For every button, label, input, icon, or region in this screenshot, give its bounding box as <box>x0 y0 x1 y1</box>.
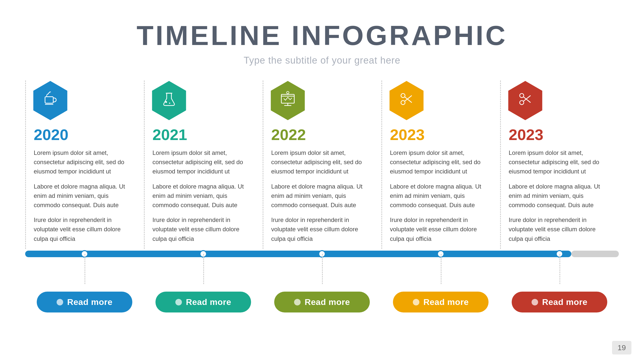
read-more-wrap-4: Read more <box>381 292 500 312</box>
btn-label-5: Read more <box>542 297 587 307</box>
header: TIMELINE INFOGRAPHIC Type the subtitle o… <box>0 0 644 71</box>
text-block-3-4: Irure dolor in reprehenderit in voluptat… <box>390 215 486 243</box>
subtitle: Type the subtitle of your great here <box>0 55 644 66</box>
svg-rect-0 <box>45 97 53 103</box>
text-block-1-3: Lorem ipsum dolor sit amet, consectetur … <box>271 148 367 176</box>
btn-dot-1 <box>57 299 63 305</box>
page: TIMELINE INFOGRAPHIC Type the subtitle o… <box>0 0 644 362</box>
year-label-5: 2023 <box>509 126 543 144</box>
bar-dot-2 <box>199 250 207 258</box>
timeline-item-5: 2023Lorem ipsum dolor sit amet, consecte… <box>500 80 619 249</box>
svg-line-17 <box>523 97 531 102</box>
timeline-item-1: 2020Lorem ipsum dolor sit amet, consecte… <box>25 80 144 249</box>
btn-label-3: Read more <box>305 297 350 307</box>
btn-dot-4 <box>413 299 419 305</box>
text-block-3-1: Irure dolor in reprehenderit in voluptat… <box>34 215 129 243</box>
btn-label-2: Read more <box>186 297 231 307</box>
page-number: 19 <box>612 341 631 354</box>
icon-symbol-3 <box>279 90 297 111</box>
text-block-1-1: Lorem ipsum dolor sit amet, consectetur … <box>34 148 129 176</box>
year-label-3: 2022 <box>271 126 306 144</box>
btn-dot-3 <box>294 299 301 305</box>
text-block-1-4: Lorem ipsum dolor sit amet, consectetur … <box>390 148 486 176</box>
text-block-3-2: Irure dolor in reprehenderit in voluptat… <box>152 215 248 243</box>
text-block-3-5: Irure dolor in reprehenderit in voluptat… <box>509 215 604 243</box>
timeline-item-3: 2022Lorem ipsum dolor sit amet, consecte… <box>263 80 381 249</box>
timeline-item-4: 2023Lorem ipsum dolor sit amet, consecte… <box>381 80 500 249</box>
text-block-2-1: Labore et dolore magna aliqua. Ut enim a… <box>34 182 129 210</box>
bar-track <box>25 251 619 257</box>
svg-line-14 <box>405 96 412 101</box>
timeline-bar <box>25 246 619 261</box>
icon-symbol-1 <box>42 90 59 111</box>
svg-point-9 <box>287 91 289 94</box>
bar-dot-4 <box>437 250 445 258</box>
read-more-wrap-3: Read more <box>263 292 381 312</box>
buttons-section: Read moreRead moreRead moreRead moreRead… <box>25 292 619 312</box>
read-more-button-4[interactable]: Read more <box>393 292 489 312</box>
text-block-2-2: Labore et dolore magna aliqua. Ut enim a… <box>152 182 248 210</box>
hex-icon-2 <box>149 80 189 121</box>
svg-point-3 <box>169 103 170 104</box>
bar-dot-1 <box>81 250 88 258</box>
read-more-button-1[interactable]: Read more <box>37 292 132 312</box>
btn-label-4: Read more <box>423 297 469 307</box>
bar-dot-3 <box>318 250 326 258</box>
read-more-button-2[interactable]: Read more <box>155 292 251 312</box>
year-label-2: 2021 <box>152 126 187 144</box>
svg-line-13 <box>405 97 412 102</box>
text-block-3-3: Irure dolor in reprehenderit in voluptat… <box>271 215 367 243</box>
hex-icon-3 <box>268 80 308 121</box>
icon-symbol-4 <box>398 90 415 111</box>
svg-rect-5 <box>281 94 294 103</box>
year-label-4: 2023 <box>390 126 425 144</box>
hex-icon-4 <box>386 80 427 121</box>
main-title: TIMELINE INFOGRAPHIC <box>0 20 644 51</box>
hex-icon-5 <box>505 80 545 121</box>
bar-unfilled <box>571 251 619 257</box>
text-block-2-3: Labore et dolore magna aliqua. Ut enim a… <box>271 182 367 210</box>
year-label-1: 2020 <box>34 126 68 144</box>
read-more-wrap-2: Read more <box>144 292 263 312</box>
read-more-button-5[interactable]: Read more <box>512 292 607 312</box>
top-section: 2020Lorem ipsum dolor sit amet, consecte… <box>25 80 619 236</box>
svg-point-2 <box>165 101 167 103</box>
read-more-button-3[interactable]: Read more <box>274 292 370 312</box>
bar-dot-5 <box>556 250 563 258</box>
icon-symbol-5 <box>516 90 534 111</box>
text-block-2-4: Labore et dolore magna aliqua. Ut enim a… <box>390 182 486 210</box>
hex-icon-1 <box>30 80 70 121</box>
bar-filled <box>25 251 571 257</box>
btn-dot-5 <box>532 299 538 305</box>
svg-line-18 <box>523 96 531 101</box>
text-block-1-2: Lorem ipsum dolor sit amet, consectetur … <box>152 148 248 176</box>
icon-symbol-2 <box>160 90 178 111</box>
read-more-wrap-5: Read more <box>500 292 619 312</box>
btn-label-1: Read more <box>67 297 112 307</box>
timeline-item-2: 2021Lorem ipsum dolor sit amet, consecte… <box>144 80 263 249</box>
text-block-1-5: Lorem ipsum dolor sit amet, consectetur … <box>509 148 604 176</box>
timeline-container: 2020Lorem ipsum dolor sit amet, consecte… <box>25 80 619 342</box>
btn-dot-2 <box>175 299 182 305</box>
text-block-2-5: Labore et dolore magna aliqua. Ut enim a… <box>509 182 604 210</box>
read-more-wrap-1: Read more <box>25 292 144 312</box>
